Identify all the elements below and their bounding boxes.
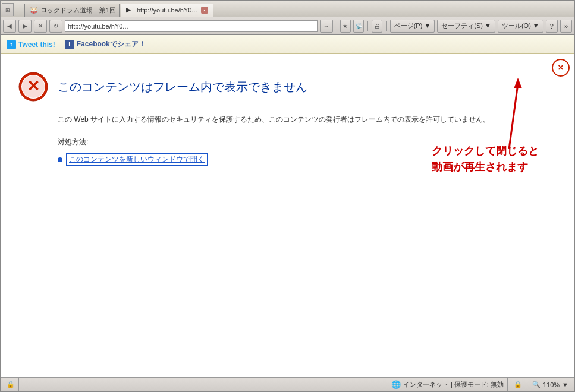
- fb-label: Facebookでシェア！: [77, 39, 146, 49]
- stop-button[interactable]: ✕: [34, 20, 47, 33]
- lock-icon: 🔒: [514, 381, 522, 388]
- facebook-share-link[interactable]: f Facebookでシェア！: [65, 39, 146, 49]
- address-bar: ◀ ▶ ✕ ↻ → ★ 📡 🖨 ページ(P) ▼ セーフティ(S) ▼ ツール(…: [1, 17, 574, 35]
- zoom-dropdown-icon: ▼: [562, 381, 568, 388]
- open-new-window-link[interactable]: このコンテンツを新しいウィンドウで開く: [66, 153, 208, 166]
- print-icon[interactable]: 🖨: [372, 20, 382, 33]
- favorites-icon[interactable]: ★: [340, 20, 351, 33]
- address-input[interactable]: [65, 20, 318, 32]
- error-description: この Web サイトに入力する情報のセキュリティを保護するため、このコンテンツの…: [58, 113, 557, 125]
- error-header: ✕ このコンテンツはフレーム内で表示できません: [18, 72, 557, 102]
- zoom-icon: 🔍: [532, 381, 541, 388]
- solution-item-1: このコンテンツを新しいウィンドウで開く: [58, 153, 557, 166]
- refresh-button[interactable]: ↻: [49, 20, 62, 33]
- close-x-icon: ×: [558, 63, 563, 72]
- tab-favicon-2: ▶: [126, 6, 134, 14]
- twitter-icon: t: [7, 40, 16, 49]
- page-menu[interactable]: ページ(P) ▼: [390, 20, 435, 33]
- tab-rockdrum[interactable]: 🥁 ロックドラム道場 第1回: [24, 4, 120, 17]
- tab-grid-icon[interactable]: ⊞: [2, 3, 14, 16]
- feeds-icon[interactable]: 📡: [353, 20, 364, 33]
- facebook-icon: f: [65, 40, 74, 49]
- safety-menu[interactable]: セーフティ(S) ▼: [437, 20, 495, 33]
- forward-button[interactable]: ▶: [18, 20, 32, 33]
- tab-favicon-1: 🥁: [30, 7, 38, 15]
- tab-list: 🥁 ロックドラム道場 第1回 ▶ http://youtu.be/hY0... …: [24, 4, 213, 17]
- info-bar: t Tweet this! f Facebookでシェア！: [1, 35, 574, 54]
- tab-label-2: http://youtu.be/hY0...: [137, 7, 197, 14]
- tab-bar: ⊞ 🥁 ロックドラム道場 第1回 ▶ http://youtu.be/hY0..…: [1, 1, 574, 17]
- zoom-label: 110%: [543, 381, 560, 388]
- error-icon: ✕: [18, 72, 48, 102]
- tools-menu[interactable]: ツール(O) ▼: [498, 20, 543, 33]
- error-title: このコンテンツはフレーム内で表示できません: [58, 79, 307, 95]
- security-icon: 🔒: [7, 381, 15, 388]
- more-button[interactable]: »: [560, 20, 572, 33]
- solution-list: このコンテンツを新しいウィンドウで開く: [58, 153, 557, 166]
- toolbar-sep-2: [386, 21, 387, 31]
- tweet-label: Tweet this!: [18, 40, 55, 49]
- internet-label: インターネット | 保護モード: 無効: [403, 380, 504, 389]
- toolbar-sep-1: [367, 21, 368, 31]
- solution-title: 対処方法:: [58, 137, 557, 147]
- status-zoom-segment[interactable]: 🔍 110% ▼: [529, 378, 572, 391]
- tab-youtube[interactable]: ▶ http://youtu.be/hY0... ×: [121, 4, 213, 17]
- bullet-icon: [58, 157, 62, 162]
- svg-text:✕: ✕: [27, 77, 40, 95]
- error-page: ✕ このコンテンツはフレーム内で表示できません この Web サイトに入力する情…: [1, 54, 574, 377]
- help-button[interactable]: ?: [546, 20, 558, 33]
- globe-icon: 🌐: [391, 380, 401, 389]
- tab-close-button[interactable]: ×: [201, 7, 208, 14]
- tweet-this-link[interactable]: t Tweet this!: [7, 40, 55, 49]
- content-area: ✕ このコンテンツはフレーム内で表示できません この Web サイトに入力する情…: [1, 54, 574, 377]
- error-body: この Web サイトに入力する情報のセキュリティを保護するため、このコンテンツの…: [18, 113, 557, 166]
- tab-label-1: ロックドラム道場 第1回: [40, 6, 116, 15]
- back-button[interactable]: ◀: [3, 20, 16, 33]
- status-security-segment: 🔒: [3, 378, 19, 391]
- status-lock-segment: 🔒: [510, 378, 526, 391]
- close-overlay-button[interactable]: ×: [552, 59, 570, 77]
- go-button[interactable]: →: [320, 20, 333, 33]
- status-bar: 🔒 🌐 インターネット | 保護モード: 無効 🔒 🔍 110% ▼: [1, 377, 574, 391]
- browser-window: ⊞ 🥁 ロックドラム道場 第1回 ▶ http://youtu.be/hY0..…: [0, 0, 575, 392]
- status-internet-segment: 🌐 インターネット | 保護モード: 無効: [388, 378, 508, 391]
